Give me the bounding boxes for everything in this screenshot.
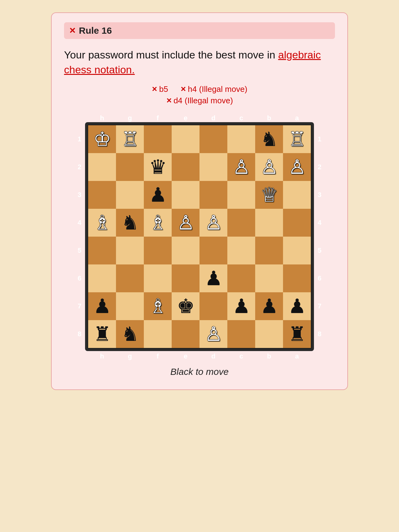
- piece-BP-2-2: ♟: [149, 185, 167, 205]
- file-label-g-top: g: [116, 114, 144, 122]
- piece-BN-3-1: ♞: [121, 213, 139, 233]
- cell-3-1: ♞: [116, 209, 144, 237]
- cell-7-5: [227, 320, 255, 348]
- cell-7-0: ♜: [88, 320, 116, 348]
- cell-1-7: ♙: [283, 153, 311, 181]
- cell-4-6: [255, 237, 283, 264]
- cell-0-5: [227, 125, 255, 153]
- rank-8-left: 8: [75, 320, 84, 348]
- cell-4-2: [144, 237, 172, 264]
- file-labels-top: h g f e d c b a: [88, 114, 311, 122]
- cell-2-5: [227, 181, 255, 209]
- x-icon: ✕: [69, 26, 76, 36]
- cell-2-4: [200, 181, 227, 209]
- cell-5-3: [172, 264, 200, 292]
- file-label-a-bot: a: [283, 352, 311, 360]
- x-icon-d4: ✕: [166, 97, 172, 105]
- cell-3-4: ♙: [200, 209, 227, 237]
- x-icon-b5: ✕: [152, 85, 157, 93]
- cell-7-3: [172, 320, 200, 348]
- file-label-d-bot: d: [200, 352, 227, 360]
- piece-BP-5-4: ♟: [205, 268, 222, 288]
- cell-6-6: ♟: [255, 292, 283, 320]
- description-text1: Your password must include the best move…: [64, 49, 278, 61]
- cell-0-7: ♖: [283, 125, 311, 153]
- file-label-h-bot: h: [88, 352, 116, 360]
- file-labels-bottom: h g f e d c b a: [88, 352, 311, 360]
- rank-2-right: 2: [315, 153, 324, 181]
- cell-4-3: [172, 237, 200, 264]
- cell-6-7: ♟: [283, 292, 311, 320]
- cell-1-1: [116, 153, 144, 181]
- cell-5-5: [227, 264, 255, 292]
- chess-board-container: h g f e d c b a 1 2 3: [75, 113, 324, 360]
- file-label-a-top: a: [283, 114, 311, 122]
- file-label-f-top: f: [144, 114, 172, 122]
- rank-1-left: 1: [75, 125, 84, 153]
- rank-5-right: 5: [315, 237, 324, 264]
- cell-4-4: [200, 237, 227, 264]
- cell-1-2: ♛: [144, 153, 172, 181]
- rank-7-left: 7: [75, 292, 84, 320]
- violation-line-2: ✕ d4 (Illegal move): [64, 96, 335, 105]
- piece-WP-1-5: ♙: [233, 157, 250, 177]
- file-label-b-top: b: [255, 114, 283, 122]
- rank-2-left: 2: [75, 153, 84, 181]
- file-label-f-bot: f: [144, 352, 172, 360]
- cell-0-4: [200, 125, 227, 153]
- piece-BP-6-0: ♟: [93, 296, 111, 316]
- cell-3-6: [255, 209, 283, 237]
- cell-5-2: [144, 264, 172, 292]
- piece-WP-3-3: ♙: [177, 213, 195, 233]
- piece-BK-6-3: ♚: [177, 296, 195, 316]
- cell-2-0: [88, 181, 116, 209]
- violation-d4: ✕ d4 (Illegal move): [166, 96, 233, 105]
- violation-h4-text: h4 (Illegal move): [188, 84, 247, 94]
- cell-1-4: [200, 153, 227, 181]
- piece-WP-7-4: ♙: [205, 324, 222, 344]
- cell-5-7: [283, 264, 311, 292]
- cell-7-7: ♜: [283, 320, 311, 348]
- caption: Black to move: [64, 367, 335, 377]
- file-label-e-bot: e: [172, 352, 200, 360]
- piece-WP-1-7: ♙: [288, 157, 306, 177]
- cell-5-4: ♟: [200, 264, 227, 292]
- rank-6-right: 6: [315, 264, 324, 292]
- cell-5-0: [88, 264, 116, 292]
- violation-b5-text: b5: [159, 84, 168, 94]
- rank-labels-right: 1 2 3 4 5 6 7 8: [315, 125, 324, 348]
- cell-1-3: [172, 153, 200, 181]
- cell-1-5: ♙: [227, 153, 255, 181]
- cell-0-1: ♖: [116, 125, 144, 153]
- rank-3-right: 3: [315, 181, 324, 209]
- piece-BN-0-6: ♞: [260, 129, 278, 149]
- chess-board: ♔♖♞♖♛♙♙♙♟♕♗♞♗♙♙♟♟♗♚♟♟♟♜♞♙♜: [88, 125, 311, 349]
- rank-3-left: 3: [75, 181, 84, 209]
- cell-1-6: ♙: [255, 153, 283, 181]
- rank-4-right: 4: [315, 209, 324, 237]
- file-label-c-top: c: [227, 114, 255, 122]
- rank-6-left: 6: [75, 264, 84, 292]
- cell-2-2: ♟: [144, 181, 172, 209]
- cell-6-2: ♗: [144, 292, 172, 320]
- rank-labels-left: 1 2 3 4 5 6 7 8: [75, 125, 84, 348]
- cell-4-0: [88, 237, 116, 264]
- x-icon-h4: ✕: [180, 85, 186, 93]
- cell-4-5: [227, 237, 255, 264]
- file-label-g-bot: g: [116, 352, 144, 360]
- cell-3-0: ♗: [88, 209, 116, 237]
- cell-0-0: ♔: [88, 125, 116, 153]
- cell-4-1: [116, 237, 144, 264]
- cell-5-6: [255, 264, 283, 292]
- cell-6-1: [116, 292, 144, 320]
- piece-BQ-1-2: ♛: [149, 157, 167, 177]
- rank-8-right: 8: [315, 320, 324, 348]
- cell-7-2: [144, 320, 172, 348]
- cell-6-5: ♟: [227, 292, 255, 320]
- cell-3-2: ♗: [144, 209, 172, 237]
- piece-WK-0-0: ♔: [93, 129, 111, 149]
- rank-5-left: 5: [75, 237, 84, 264]
- violations-container: ✕ b5 ✕ h4 (Illegal move) ✕ d4 (Illegal m…: [64, 84, 335, 105]
- rank-1-right: 1: [315, 125, 324, 153]
- cell-3-7: [283, 209, 311, 237]
